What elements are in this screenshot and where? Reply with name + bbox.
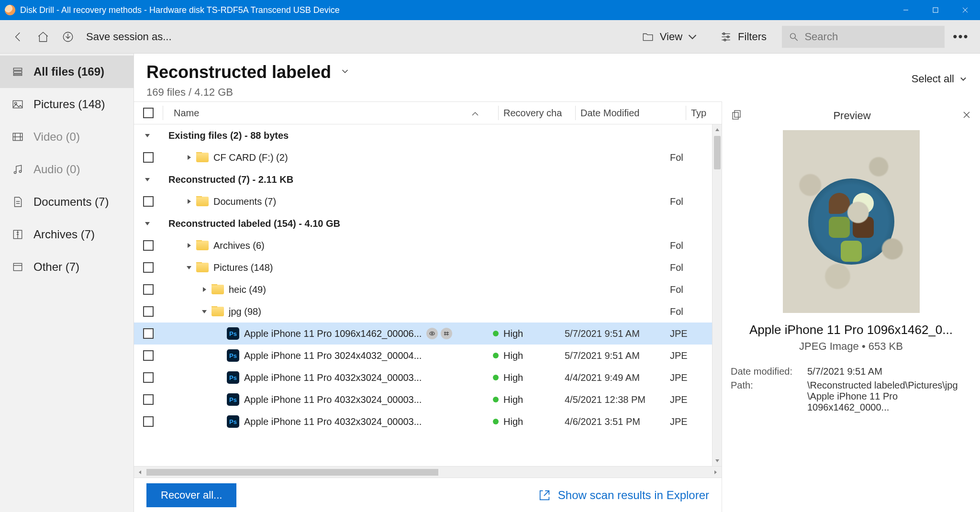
preview-eye-icon[interactable] <box>426 328 438 339</box>
show-results-link[interactable]: Show scan results in Explorer <box>538 489 709 502</box>
expander-icon[interactable] <box>199 286 210 293</box>
search-input[interactable] <box>804 31 938 43</box>
minimize-button[interactable] <box>891 0 921 20</box>
sidebar-item-documents[interactable]: Documents (7) <box>0 186 134 218</box>
preview-path-value2: \Apple iPhone 11 Pro 1096x1462_0000... <box>807 391 971 413</box>
file-type: JPE <box>670 328 701 339</box>
expander-icon[interactable] <box>184 242 194 249</box>
select-all-checkbox[interactable] <box>143 108 154 118</box>
column-name[interactable]: Name <box>168 108 498 119</box>
file-type: JPE <box>670 372 701 383</box>
row-checkbox[interactable] <box>143 306 154 317</box>
row-checkbox[interactable] <box>143 240 154 251</box>
row-checkbox[interactable] <box>143 416 154 427</box>
recovery-dot-icon <box>493 375 499 380</box>
close-button[interactable] <box>950 0 980 20</box>
save-session-button[interactable]: Save session as... <box>86 31 172 43</box>
row-checkbox[interactable] <box>143 394 154 405</box>
group-row[interactable]: Existing files (2) - 88 bytes <box>134 124 722 146</box>
svg-point-43 <box>432 333 433 334</box>
filters-button[interactable]: Filters <box>720 31 767 43</box>
sidebar-item-pictures[interactable]: Pictures (148) <box>0 88 134 121</box>
scroll-left-icon[interactable] <box>134 470 146 475</box>
row-checkbox[interactable] <box>143 196 154 207</box>
expander-icon[interactable] <box>142 132 153 139</box>
expander-icon[interactable] <box>142 220 153 227</box>
scroll-up-icon[interactable] <box>713 124 722 135</box>
sidebar-item-video[interactable]: Video (0) <box>0 121 134 153</box>
sidebar-item-label: All files (169) <box>33 65 104 78</box>
select-all-dropdown[interactable]: Select all <box>912 73 968 85</box>
recovery-chance: High <box>503 416 523 427</box>
preview-path-value: \Reconstructed labeled\Pictures\jpg <box>807 380 971 391</box>
column-recovery[interactable]: Recovery cha <box>503 108 575 119</box>
expander-icon[interactable] <box>199 308 210 315</box>
download-button[interactable] <box>57 26 78 47</box>
horizontal-scrollbar[interactable] <box>134 466 722 478</box>
svg-point-24 <box>19 170 21 172</box>
sidebar-item-other[interactable]: Other (7) <box>0 251 134 283</box>
row-checkbox[interactable] <box>143 262 154 273</box>
preview-date-label: Date modified: <box>731 366 807 377</box>
file-row[interactable]: PsApple iPhone 11 Pro 4032x3024_00003...… <box>134 389 722 411</box>
expander-icon[interactable] <box>184 264 194 271</box>
row-name: heic (49) <box>229 284 266 295</box>
file-row[interactable]: PsApple iPhone 11 Pro 4032x3024_00003...… <box>134 411 722 433</box>
folder-row[interactable]: jpg (98)Fol <box>134 301 722 323</box>
search-box[interactable] <box>782 26 945 48</box>
main-panel: Reconstructed labeled 169 files / 4.12 G… <box>134 54 980 512</box>
scrollbar-thumb[interactable] <box>714 136 721 169</box>
expander-icon[interactable] <box>184 154 194 161</box>
folder-row[interactable]: Pictures (148)Fol <box>134 256 722 278</box>
folder-row[interactable]: heic (49)Fol <box>134 278 722 301</box>
back-button[interactable] <box>8 26 29 47</box>
file-row[interactable]: PsApple iPhone 11 Pro 3024x4032_00004...… <box>134 345 722 367</box>
column-date[interactable]: Date Modified <box>580 108 686 119</box>
folder-row[interactable]: Documents (7)Fol <box>134 190 722 212</box>
ps-file-icon: Ps <box>227 327 239 340</box>
folder-icon <box>196 263 209 272</box>
group-row[interactable]: Reconstructed (7) - 2.11 KB <box>134 168 722 190</box>
row-name: CF CARD (F:) (2) <box>213 152 288 163</box>
scroll-down-icon[interactable] <box>713 456 722 466</box>
row-name: Existing files (2) - 88 bytes <box>168 130 289 141</box>
file-type: Fol <box>670 262 701 273</box>
sidebar-item-archives[interactable]: Archives (7) <box>0 218 134 251</box>
group-row[interactable]: Reconstructed labeled (154) - 4.10 GB <box>134 212 722 234</box>
recovery-dot-icon <box>493 419 499 424</box>
hscrollbar-thumb[interactable] <box>146 469 438 476</box>
row-name: Archives (6) <box>213 240 265 251</box>
row-checkbox[interactable] <box>143 152 154 163</box>
recover-all-button[interactable]: Recover all... <box>146 483 236 507</box>
title-dropdown[interactable] <box>340 66 350 78</box>
sidebar-item-label: Pictures (148) <box>33 98 105 111</box>
sidebar-item-audio[interactable]: Audio (0) <box>0 153 134 186</box>
folder-row[interactable]: CF CARD (F:) (2)Fol <box>134 146 722 168</box>
expander-icon[interactable] <box>184 198 194 205</box>
close-preview-button[interactable] <box>962 110 971 122</box>
expander-icon[interactable] <box>142 176 153 183</box>
column-type[interactable]: Typ <box>691 108 722 119</box>
row-checkbox[interactable] <box>143 350 154 361</box>
sidebar-item-all-files[interactable]: All files (169) <box>0 56 134 88</box>
scroll-right-icon[interactable] <box>709 470 722 475</box>
svg-point-23 <box>14 171 16 173</box>
maximize-button[interactable] <box>921 0 950 20</box>
date-modified: 4/6/2021 3:51 PM <box>565 416 670 427</box>
hex-hash-icon[interactable] <box>441 328 452 339</box>
file-row[interactable]: PsApple iPhone 11 Pro 4032x3024_00003...… <box>134 367 722 389</box>
ps-file-icon: Ps <box>227 415 239 428</box>
row-checkbox[interactable] <box>143 328 154 339</box>
copy-icon[interactable] <box>731 109 742 122</box>
select-all-label: Select all <box>912 73 954 85</box>
file-row[interactable]: PsApple iPhone 11 Pro 1096x1462_00006...… <box>134 323 722 345</box>
home-button[interactable] <box>33 26 54 47</box>
svg-rect-15 <box>13 71 22 73</box>
titlebar: Disk Drill - All recovery methods - Hard… <box>0 0 980 20</box>
more-button[interactable]: ••• <box>949 29 972 44</box>
vertical-scrollbar[interactable] <box>712 124 722 466</box>
row-checkbox[interactable] <box>143 372 154 383</box>
folder-row[interactable]: Archives (6)Fol <box>134 234 722 256</box>
view-dropdown[interactable]: View <box>642 31 704 43</box>
row-checkbox[interactable] <box>143 284 154 295</box>
